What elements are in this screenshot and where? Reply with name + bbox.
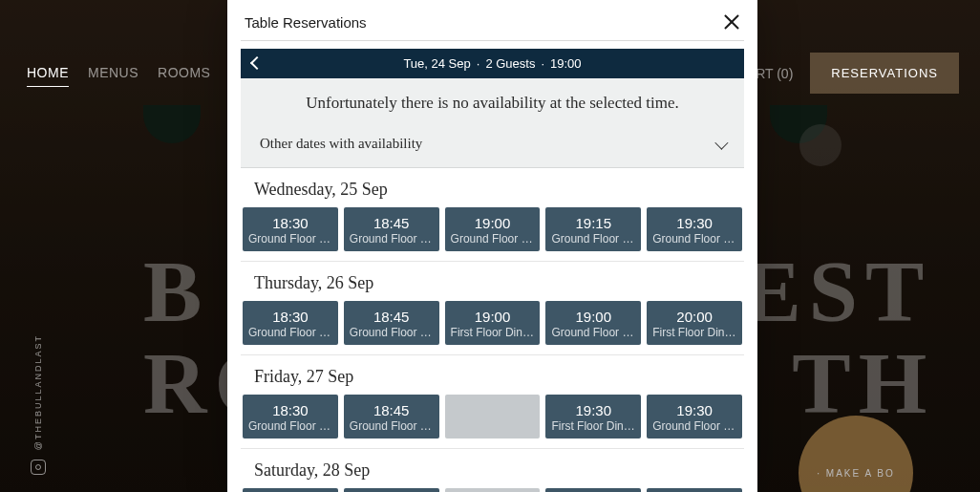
time-slot[interactable]: 21:00: [545, 488, 641, 492]
slot-row: 18:30Ground Floor Pu...18:45Ground Floor…: [241, 301, 744, 345]
nav-rooms[interactable]: ROOMS: [158, 65, 210, 87]
slot-room: First Floor Dinin...: [449, 326, 537, 339]
other-dates-toggle[interactable]: Other dates with availability: [241, 122, 744, 167]
time-slot[interactable]: 19:15Ground Floor - P...: [545, 207, 641, 251]
time-slot[interactable]: 15:30: [243, 488, 338, 492]
time-slot[interactable]: 19:00Ground Floor Pu...: [545, 301, 641, 345]
time-slot-empty: [445, 488, 541, 492]
slot-room: Ground Floor Pu...: [246, 419, 334, 433]
time-slot[interactable]: 19:00Ground Floor - P...: [445, 207, 541, 251]
no-availability-panel: Unfortunately there is no availability a…: [241, 78, 744, 168]
slot-time: 19:30: [549, 402, 637, 419]
reservations-button[interactable]: RESERVATIONS: [810, 53, 959, 94]
summary-time: 19:00: [550, 56, 582, 71]
slot-room: Ground Floor Pu...: [549, 326, 637, 339]
slot-room: First Floor Dinin...: [549, 419, 637, 433]
time-slot[interactable]: 18:30Ground Floor Pu...: [243, 301, 338, 345]
date-label: Wednesday, 25 Sep: [241, 180, 744, 207]
slot-time: 19:15: [549, 215, 637, 232]
selection-summary-bar: Tue, 24 Sep·2 Guests·19:00: [241, 49, 744, 78]
time-slot[interactable]: 18:45Ground Floor Pu...: [344, 301, 439, 345]
instagram-icon[interactable]: [31, 460, 46, 475]
nav-home[interactable]: HOME: [27, 65, 69, 87]
slot-room: Ground Floor Pu...: [650, 419, 738, 433]
slot-room: Ground Floor Pu...: [348, 326, 436, 339]
slot-room: Ground Floor - P...: [650, 232, 738, 246]
slot-time: 18:45: [348, 309, 436, 326]
slot-room: Ground Floor Pu...: [348, 419, 436, 433]
slot-time: 19:00: [449, 215, 537, 232]
social-rail: @THEBULLANDLAST: [31, 334, 46, 475]
time-slot[interactable]: 20:00First Floor Dinin...: [647, 301, 742, 345]
slot-time: 19:00: [449, 309, 537, 326]
lamp-decor: [143, 105, 201, 143]
slot-time: 20:00: [650, 309, 738, 326]
time-slot[interactable]: 19:30First Floor Dinin...: [545, 395, 641, 439]
summary-guests: 2 Guests: [485, 56, 535, 71]
main-nav: HOME MENUS ROOMS SHO: [27, 65, 260, 87]
date-group: Saturday, 28 Sep15:3015:3021:0021:15: [241, 449, 744, 492]
slot-row: 18:30Ground Floor Pu...18:45Ground Floor…: [241, 395, 744, 439]
summary-date: Tue, 24 Sep: [403, 56, 470, 71]
time-slot[interactable]: 19:00First Floor Dinin...: [445, 301, 541, 345]
lamp-decor: [770, 105, 827, 143]
slot-time: 19:30: [650, 215, 738, 232]
time-slot[interactable]: 18:45Ground Floor - P...: [344, 207, 439, 251]
chevron-down-icon: [714, 136, 728, 149]
time-slot[interactable]: 15:30: [344, 488, 439, 492]
slot-time: 18:45: [348, 402, 436, 419]
nav-menus[interactable]: MENUS: [88, 65, 138, 87]
time-slot[interactable]: 18:30Ground Floor Pu...: [243, 395, 338, 439]
selection-summary: Tue, 24 Sep·2 Guests·19:00: [241, 56, 744, 71]
modal-title: Table Reservations: [245, 14, 367, 31]
divider: [241, 40, 744, 41]
slot-room: Ground Floor - P...: [246, 232, 334, 246]
slot-time: 18:30: [246, 309, 334, 326]
modal-header: Table Reservations: [227, 0, 757, 40]
slot-row: 15:3015:3021:0021:15: [241, 488, 744, 492]
time-slot[interactable]: 19:30Ground Floor Pu...: [647, 395, 742, 439]
date-group: Friday, 27 Sep18:30Ground Floor Pu...18:…: [241, 355, 744, 449]
date-label: Saturday, 28 Sep: [241, 460, 744, 488]
slot-room: Ground Floor - P...: [348, 232, 436, 246]
availability-list: Wednesday, 25 Sep18:30Ground Floor - P..…: [241, 168, 744, 492]
slot-row: 18:30Ground Floor - P...18:45Ground Floo…: [241, 207, 744, 251]
time-slot[interactable]: 21:15: [647, 488, 742, 492]
time-slot-empty: [445, 395, 541, 439]
time-slot[interactable]: 18:30Ground Floor - P...: [243, 207, 338, 251]
slot-time: 18:30: [246, 215, 334, 232]
date-group: Wednesday, 25 Sep18:30Ground Floor - P..…: [241, 168, 744, 262]
date-label: Thursday, 26 Sep: [241, 273, 744, 301]
slot-time: 18:30: [246, 402, 334, 419]
close-icon[interactable]: [723, 13, 740, 31]
slot-room: Ground Floor - P...: [449, 232, 537, 246]
nav-right: ART (0) RESERVATIONS: [747, 53, 959, 94]
slot-time: 19:30: [650, 402, 738, 419]
slot-time: 19:00: [549, 309, 637, 326]
time-slot[interactable]: 19:30Ground Floor - P...: [647, 207, 742, 251]
instagram-handle[interactable]: @THEBULLANDLAST: [33, 334, 43, 450]
no-availability-message: Unfortunately there is no availability a…: [241, 78, 744, 122]
slot-time: 18:45: [348, 215, 436, 232]
date-group: Thursday, 26 Sep18:30Ground Floor Pu...1…: [241, 262, 744, 355]
slot-room: Ground Floor - P...: [549, 232, 637, 246]
slot-room: First Floor Dinin...: [650, 326, 738, 339]
date-label: Friday, 27 Sep: [241, 367, 744, 395]
other-dates-label: Other dates with availability: [260, 136, 422, 152]
slot-room: Ground Floor Pu...: [246, 326, 334, 339]
time-slot[interactable]: 18:45Ground Floor Pu...: [344, 395, 439, 439]
reservation-modal: Table Reservations Tue, 24 Sep·2 Guests·…: [227, 0, 757, 492]
